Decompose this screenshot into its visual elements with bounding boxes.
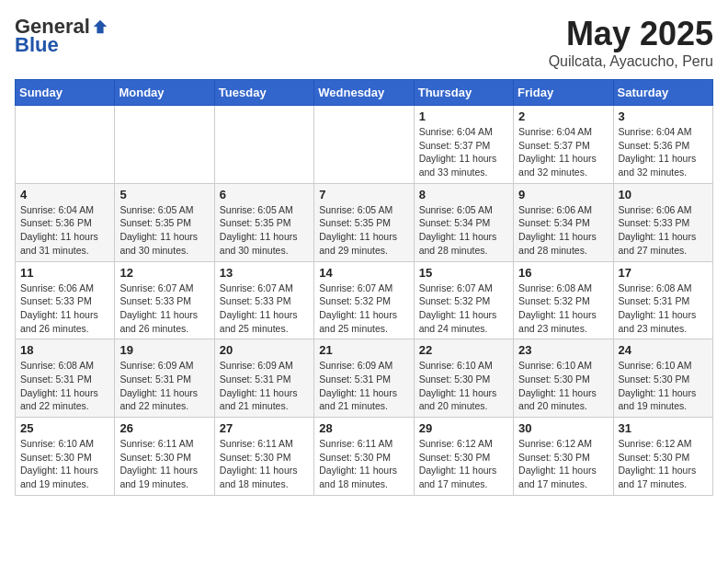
calendar-cell: 6Sunrise: 6:05 AM Sunset: 5:35 PM Daylig… <box>214 183 313 261</box>
day-number: 4 <box>20 188 109 201</box>
calendar-header-row: SundayMondayTuesdayWednesdayThursdayFrid… <box>16 80 713 106</box>
calendar-cell: 14Sunrise: 6:07 AM Sunset: 5:32 PM Dayli… <box>314 261 414 339</box>
calendar-cell: 8Sunrise: 6:05 AM Sunset: 5:34 PM Daylig… <box>414 183 513 261</box>
day-number: 12 <box>119 266 209 280</box>
calendar-cell: 9Sunrise: 6:06 AM Sunset: 5:34 PM Daylig… <box>514 183 613 261</box>
calendar-cell: 5Sunrise: 6:05 AM Sunset: 5:35 PM Daylig… <box>115 183 214 261</box>
day-number: 13 <box>220 266 309 280</box>
calendar-cell: 7Sunrise: 6:05 AM Sunset: 5:35 PM Daylig… <box>314 183 414 261</box>
day-info: Sunrise: 6:11 AM Sunset: 5:30 PM Dayligh… <box>119 437 209 491</box>
day-number: 31 <box>619 421 708 435</box>
day-number: 20 <box>220 343 309 357</box>
day-info: Sunrise: 6:10 AM Sunset: 5:30 PM Dayligh… <box>518 359 608 413</box>
day-info: Sunrise: 6:10 AM Sunset: 5:30 PM Dayligh… <box>619 359 708 413</box>
day-number: 16 <box>518 266 608 280</box>
day-number: 14 <box>319 266 408 280</box>
calendar-header-monday: Monday <box>115 80 214 106</box>
page-header: General Blue May 2025 Quilcata, Ayacucho… <box>15 15 713 70</box>
day-info: Sunrise: 6:07 AM Sunset: 5:32 PM Dayligh… <box>419 282 508 336</box>
day-number: 28 <box>319 421 408 435</box>
calendar-cell: 27Sunrise: 6:11 AM Sunset: 5:30 PM Dayli… <box>214 418 313 496</box>
day-info: Sunrise: 6:04 AM Sunset: 5:37 PM Dayligh… <box>518 125 608 179</box>
day-info: Sunrise: 6:04 AM Sunset: 5:37 PM Dayligh… <box>419 125 508 179</box>
day-info: Sunrise: 6:06 AM Sunset: 5:34 PM Dayligh… <box>518 203 608 258</box>
day-info: Sunrise: 6:04 AM Sunset: 5:36 PM Dayligh… <box>20 203 109 258</box>
calendar-cell: 2Sunrise: 6:04 AM Sunset: 5:37 PM Daylig… <box>514 106 613 184</box>
calendar-cell: 3Sunrise: 6:04 AM Sunset: 5:36 PM Daylig… <box>613 106 712 184</box>
day-info: Sunrise: 6:09 AM Sunset: 5:31 PM Dayligh… <box>220 359 309 413</box>
day-info: Sunrise: 6:05 AM Sunset: 5:35 PM Dayligh… <box>220 203 309 258</box>
location-title: Quilcata, Ayacucho, Peru <box>549 53 713 70</box>
calendar-cell: 20Sunrise: 6:09 AM Sunset: 5:31 PM Dayli… <box>214 339 313 418</box>
calendar-cell: 4Sunrise: 6:04 AM Sunset: 5:36 PM Daylig… <box>16 183 115 261</box>
calendar-cell: 10Sunrise: 6:06 AM Sunset: 5:33 PM Dayli… <box>613 183 712 261</box>
calendar-cell <box>115 106 214 184</box>
calendar-cell: 21Sunrise: 6:09 AM Sunset: 5:31 PM Dayli… <box>314 339 414 418</box>
calendar-cell: 30Sunrise: 6:12 AM Sunset: 5:30 PM Dayli… <box>514 418 613 496</box>
calendar-week-row: 25Sunrise: 6:10 AM Sunset: 5:30 PM Dayli… <box>16 418 713 496</box>
day-info: Sunrise: 6:09 AM Sunset: 5:31 PM Dayligh… <box>319 359 408 413</box>
calendar-cell: 31Sunrise: 6:12 AM Sunset: 5:30 PM Dayli… <box>613 418 712 496</box>
calendar-header-thursday: Thursday <box>414 80 513 106</box>
day-info: Sunrise: 6:08 AM Sunset: 5:32 PM Dayligh… <box>518 282 608 336</box>
calendar-cell: 26Sunrise: 6:11 AM Sunset: 5:30 PM Dayli… <box>115 418 214 496</box>
day-number: 2 <box>518 109 608 123</box>
calendar-cell: 19Sunrise: 6:09 AM Sunset: 5:31 PM Dayli… <box>115 339 214 418</box>
day-number: 27 <box>220 421 309 435</box>
logo-blue-text: Blue <box>15 33 59 57</box>
calendar-week-row: 11Sunrise: 6:06 AM Sunset: 5:33 PM Dayli… <box>16 261 713 339</box>
calendar-week-row: 4Sunrise: 6:04 AM Sunset: 5:36 PM Daylig… <box>16 183 713 261</box>
day-number: 15 <box>419 266 508 280</box>
day-number: 30 <box>518 421 608 435</box>
logo-icon <box>92 18 108 35</box>
calendar-cell: 18Sunrise: 6:08 AM Sunset: 5:31 PM Dayli… <box>16 339 115 418</box>
day-info: Sunrise: 6:11 AM Sunset: 5:30 PM Dayligh… <box>220 437 309 491</box>
day-number: 11 <box>20 266 109 280</box>
day-info: Sunrise: 6:12 AM Sunset: 5:30 PM Dayligh… <box>518 437 608 491</box>
day-number: 21 <box>319 343 408 357</box>
day-info: Sunrise: 6:12 AM Sunset: 5:30 PM Dayligh… <box>619 437 708 491</box>
day-info: Sunrise: 6:10 AM Sunset: 5:30 PM Dayligh… <box>20 437 109 491</box>
month-title: May 2025 <box>549 15 713 53</box>
calendar-header-saturday: Saturday <box>613 80 712 106</box>
day-info: Sunrise: 6:06 AM Sunset: 5:33 PM Dayligh… <box>619 203 708 258</box>
calendar-cell <box>214 106 313 184</box>
calendar-cell: 22Sunrise: 6:10 AM Sunset: 5:30 PM Dayli… <box>414 339 513 418</box>
day-number: 29 <box>419 421 508 435</box>
day-info: Sunrise: 6:07 AM Sunset: 5:33 PM Dayligh… <box>119 282 209 336</box>
calendar-week-row: 1Sunrise: 6:04 AM Sunset: 5:37 PM Daylig… <box>16 106 713 184</box>
day-number: 8 <box>419 188 508 201</box>
calendar-cell <box>314 106 414 184</box>
day-number: 26 <box>119 421 209 435</box>
day-number: 1 <box>419 109 508 123</box>
day-number: 3 <box>619 109 708 123</box>
day-number: 17 <box>619 266 708 280</box>
day-info: Sunrise: 6:05 AM Sunset: 5:34 PM Dayligh… <box>419 203 508 258</box>
calendar-cell: 12Sunrise: 6:07 AM Sunset: 5:33 PM Dayli… <box>115 261 214 339</box>
calendar-table: SundayMondayTuesdayWednesdayThursdayFrid… <box>15 79 713 496</box>
day-info: Sunrise: 6:09 AM Sunset: 5:31 PM Dayligh… <box>119 359 209 413</box>
day-info: Sunrise: 6:07 AM Sunset: 5:33 PM Dayligh… <box>220 282 309 336</box>
calendar-cell: 1Sunrise: 6:04 AM Sunset: 5:37 PM Daylig… <box>414 106 513 184</box>
logo: General Blue <box>15 15 110 57</box>
svg-marker-0 <box>94 20 107 33</box>
calendar-header-tuesday: Tuesday <box>214 80 313 106</box>
calendar-cell: 11Sunrise: 6:06 AM Sunset: 5:33 PM Dayli… <box>16 261 115 339</box>
calendar-week-row: 18Sunrise: 6:08 AM Sunset: 5:31 PM Dayli… <box>16 339 713 418</box>
day-number: 22 <box>419 343 508 357</box>
day-info: Sunrise: 6:10 AM Sunset: 5:30 PM Dayligh… <box>419 359 508 413</box>
day-info: Sunrise: 6:04 AM Sunset: 5:36 PM Dayligh… <box>619 125 708 179</box>
day-number: 5 <box>119 188 209 201</box>
day-number: 18 <box>20 343 109 357</box>
calendar-cell: 15Sunrise: 6:07 AM Sunset: 5:32 PM Dayli… <box>414 261 513 339</box>
calendar-cell <box>16 106 115 184</box>
day-info: Sunrise: 6:06 AM Sunset: 5:33 PM Dayligh… <box>20 282 109 336</box>
calendar-cell: 29Sunrise: 6:12 AM Sunset: 5:30 PM Dayli… <box>414 418 513 496</box>
calendar-cell: 23Sunrise: 6:10 AM Sunset: 5:30 PM Dayli… <box>514 339 613 418</box>
day-info: Sunrise: 6:11 AM Sunset: 5:30 PM Dayligh… <box>319 437 408 491</box>
day-info: Sunrise: 6:07 AM Sunset: 5:32 PM Dayligh… <box>319 282 408 336</box>
day-number: 23 <box>518 343 608 357</box>
day-number: 9 <box>518 188 608 201</box>
calendar-cell: 28Sunrise: 6:11 AM Sunset: 5:30 PM Dayli… <box>314 418 414 496</box>
day-info: Sunrise: 6:05 AM Sunset: 5:35 PM Dayligh… <box>119 203 209 258</box>
